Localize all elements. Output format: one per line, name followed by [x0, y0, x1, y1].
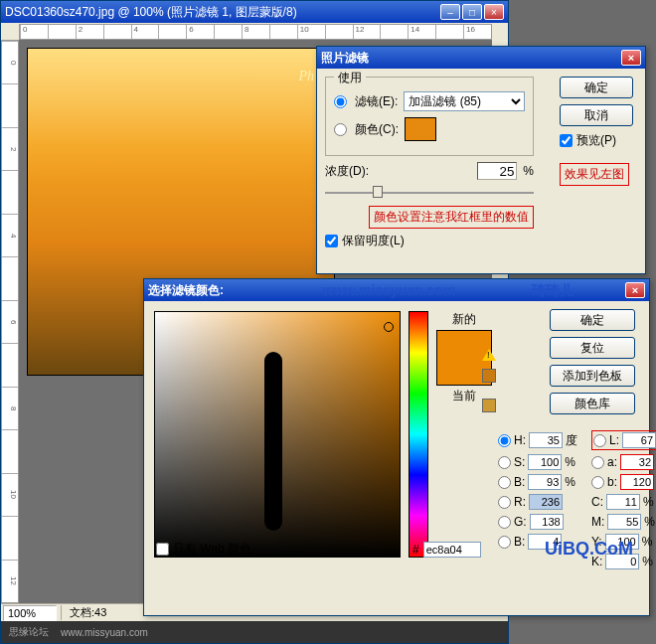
new-label: 新的 — [452, 311, 476, 328]
color-picker-body: 新的 当前 确定 复位 添加到色板 颜色库 H:度 L: S:% a: B:% … — [144, 301, 649, 567]
hex-label: # — [412, 543, 419, 557]
color-note: 颜色设置注意我红框里的数值 — [369, 206, 534, 229]
ruler-vertical: 024681012 — [1, 40, 19, 603]
document-titlebar: DSC01360sz470.jpg @ 100% (照片滤镜 1, 图层蒙版/8… — [1, 1, 508, 23]
window-buttons: – □ × — [440, 4, 504, 20]
ok-button[interactable]: 确定 — [560, 77, 633, 98]
h-radio[interactable] — [498, 434, 511, 447]
hue-slider[interactable] — [409, 311, 428, 558]
color-picker-close-button[interactable]: × — [625, 282, 645, 298]
close-button[interactable]: × — [484, 4, 504, 20]
filter-select[interactable]: 加温滤镜 (85) — [404, 91, 525, 111]
document-title: DSC01360sz470.jpg @ 100% (照片滤镜 1, 图层蒙版/8… — [5, 4, 440, 21]
bv-input[interactable] — [528, 474, 562, 490]
s-radio[interactable] — [498, 456, 511, 469]
r-radio[interactable] — [498, 496, 511, 509]
a-input[interactable] — [620, 454, 654, 470]
h-input[interactable] — [529, 432, 563, 448]
preview-label: 预览(P) — [576, 132, 616, 149]
r-input[interactable] — [529, 494, 563, 510]
density-slider[interactable] — [325, 184, 534, 202]
cp-ok-button[interactable]: 确定 — [550, 309, 635, 331]
add-to-swatches-button[interactable]: 添加到色板 — [550, 365, 635, 387]
color-field[interactable] — [154, 311, 401, 558]
gamut-swatch[interactable] — [482, 369, 496, 383]
hex-input[interactable] — [423, 542, 481, 558]
color-field-cursor[interactable] — [384, 322, 394, 332]
m-input[interactable] — [607, 514, 641, 530]
photo-filter-titlebar[interactable]: 照片滤镜 × — [317, 47, 645, 69]
websafe-swatch[interactable] — [482, 399, 496, 412]
minimize-button[interactable]: – — [440, 4, 460, 20]
bv-radio[interactable] — [498, 476, 511, 489]
photo-filter-dialog: 照片滤镜 × 使用 滤镜(E): 加温滤镜 (85) 颜色(C): — [316, 46, 646, 274]
hex-row: # — [412, 542, 481, 558]
watermark-text: Ph — [298, 69, 314, 84]
overlay-url: www.missyuan.com — [323, 282, 455, 298]
cp-reset-button[interactable]: 复位 — [550, 337, 635, 359]
color-radio-label: 颜色(C): — [355, 121, 399, 138]
color-library-button[interactable]: 颜色库 — [550, 393, 635, 414]
ruler-horizontal: 0246810121416 — [19, 24, 492, 40]
rgb-b-radio[interactable] — [498, 536, 511, 549]
zoom-level[interactable]: 100% — [3, 605, 57, 621]
color-radio[interactable] — [334, 123, 347, 136]
c-input[interactable] — [606, 494, 640, 510]
color-picker-buttons: 确定 复位 添加到色板 颜色库 — [550, 309, 637, 420]
footer-left: 思缘论坛 — [9, 625, 49, 639]
web-only-row: 只有 Web 颜色 — [156, 541, 251, 558]
web-only-checkbox[interactable] — [156, 543, 169, 556]
color-picker-titlebar[interactable]: 选择滤镜颜色: www.missyuan.com 琦琦儿 × — [144, 279, 649, 301]
use-legend: 使用 — [334, 70, 366, 86]
use-fieldset: 使用 滤镜(E): 加温滤镜 (85) 颜色(C): — [325, 77, 534, 156]
brush-stroke — [264, 352, 282, 531]
filter-radio[interactable] — [334, 95, 347, 108]
preview-checkbox[interactable] — [560, 134, 573, 147]
filter-radio-label: 滤镜(E): — [355, 93, 398, 110]
density-input[interactable] — [477, 162, 517, 180]
g-radio[interactable] — [498, 516, 511, 529]
preserve-luminosity-label: 保留明度(L) — [342, 233, 405, 249]
photo-filter-title: 照片滤镜 — [321, 50, 621, 67]
photo-filter-body: 使用 滤镜(E): 加温滤镜 (85) 颜色(C): 浓度(D): — [317, 69, 645, 257]
density-unit: % — [523, 164, 534, 178]
s-input[interactable] — [528, 454, 562, 470]
a-radio[interactable] — [591, 456, 604, 469]
l-radio[interactable] — [593, 434, 606, 447]
photo-filter-close-button[interactable]: × — [621, 50, 641, 66]
effect-note: 效果见左图 — [560, 163, 629, 186]
filter-color-swatch[interactable] — [405, 117, 436, 141]
cancel-button[interactable]: 取消 — [560, 104, 633, 126]
footer: 思缘论坛 www.missyuan.com — [1, 621, 508, 643]
photo-filter-buttons: 确定 取消 预览(P) 效果见左图 — [560, 77, 635, 186]
color-picker-dialog: 选择滤镜颜色: www.missyuan.com 琦琦儿 × 新的 当前 确定 … — [143, 278, 650, 616]
density-label: 浓度(D): — [325, 163, 369, 180]
preserve-luminosity-checkbox[interactable] — [325, 235, 338, 247]
maximize-button[interactable]: □ — [462, 4, 482, 20]
lab-b-input[interactable] — [620, 474, 654, 490]
watermark-ubq: UiBQ.CoM — [545, 539, 633, 560]
l-input[interactable] — [622, 432, 656, 448]
current-label: 当前 — [452, 388, 476, 404]
lab-b-radio[interactable] — [591, 476, 604, 489]
overlay-name: 琦琦儿 — [532, 282, 574, 300]
g-input[interactable] — [530, 514, 564, 530]
gamut-warning-icon[interactable] — [482, 349, 496, 361]
footer-right: www.missyuan.com — [61, 627, 148, 638]
density-area: 浓度(D): % 颜色设置注意我红框里的数值 保留明度(L) — [325, 162, 534, 249]
web-only-label: 只有 Web 颜色 — [173, 541, 251, 558]
